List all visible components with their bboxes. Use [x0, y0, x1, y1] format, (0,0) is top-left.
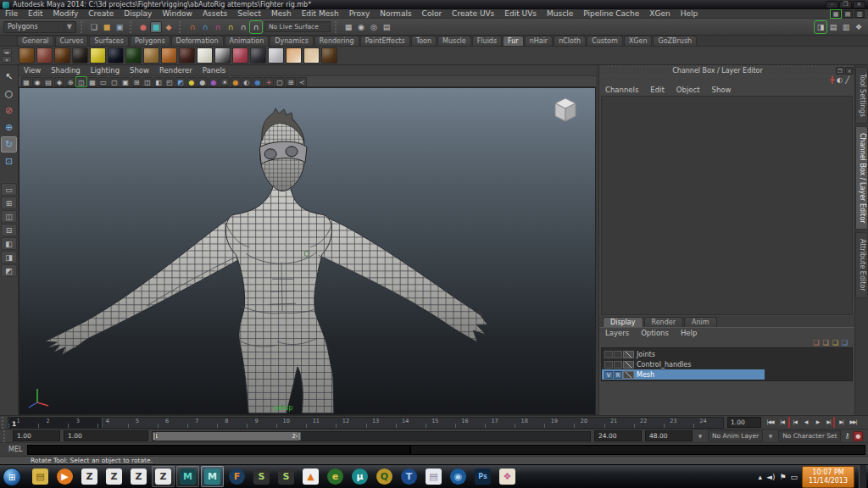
menu-modify[interactable]: Modify: [48, 9, 84, 18]
panel-close-button[interactable]: ×: [845, 67, 854, 75]
thunderbird-icon[interactable]: T: [398, 466, 420, 487]
layer-visibility-toggle[interactable]: V: [604, 371, 613, 379]
fur-preset-cream[interactable]: [303, 47, 320, 64]
gate-mask-icon[interactable]: ▣: [120, 77, 131, 86]
pan-zoom-icon[interactable]: ◫: [76, 77, 86, 86]
viewport-menu-panels[interactable]: Panels: [198, 66, 231, 75]
fur-preset-darkbrown[interactable]: [54, 47, 70, 64]
bookmarks-icon[interactable]: ◈: [54, 77, 64, 86]
layer-row-control-handles[interactable]: Control_handles: [602, 359, 765, 369]
language-flag-icon[interactable]: ⚑: [779, 473, 786, 481]
range-start-handle[interactable]: [153, 432, 156, 441]
start-button[interactable]: ⊞: [3, 468, 21, 486]
layer-playback-toggle[interactable]: [614, 361, 622, 369]
new-empty-layer-icon[interactable]: ❏: [832, 339, 838, 347]
step-back-frame-button[interactable]: |◀: [776, 417, 787, 428]
snap-to-view-plane-icon[interactable]: ∩: [237, 21, 249, 33]
current-time-field[interactable]: 1.00: [727, 417, 761, 428]
layer-color-swatch[interactable]: [623, 351, 634, 358]
move-layer-up-icon[interactable]: ❏: [813, 339, 819, 347]
hypershade-icon[interactable]: ▤: [381, 21, 392, 33]
shelf-tab-painteffects[interactable]: PaintEffects: [360, 36, 410, 46]
shelf-tab-arrow-icon[interactable]: ▾: [2, 56, 12, 63]
object-mode-icon[interactable]: ■: [150, 21, 162, 33]
tool-settings-toggle-icon[interactable]: ▤: [827, 21, 839, 33]
zbrush-icon-1[interactable]: Z: [78, 466, 101, 487]
menu-pipeline-cache[interactable]: Pipeline Cache: [578, 9, 644, 18]
menu-select[interactable]: Select: [232, 9, 266, 18]
fur-preset-maroon[interactable]: [179, 47, 195, 64]
joint-xray-icon[interactable]: ⊞: [286, 77, 296, 86]
move-tool[interactable]: ⊕: [1, 119, 17, 136]
menu-display[interactable]: Display: [119, 9, 157, 18]
layout-two-side[interactable]: ◫: [1, 210, 17, 223]
all-lights-icon[interactable]: ●: [231, 77, 241, 86]
channel-box-menu-edit[interactable]: Edit: [644, 86, 670, 94]
display-icon[interactable]: ▭: [790, 473, 798, 481]
side-tab-tool-settings[interactable]: Tool Settings: [855, 67, 868, 124]
notepad-icon[interactable]: ▤: [422, 466, 445, 487]
make-live-icon[interactable]: ∩: [250, 21, 262, 33]
go-to-start-button[interactable]: |◀◀: [765, 417, 776, 428]
component-mode-icon[interactable]: ◆: [163, 21, 175, 33]
view-cube[interactable]: [546, 93, 585, 127]
layer-menu-layers[interactable]: Layers: [599, 329, 635, 337]
firefox-icon[interactable]: F: [225, 466, 248, 487]
layer-menu-options[interactable]: Options: [635, 329, 675, 337]
anim-layer-dropdown[interactable]: No Anim Layer: [708, 430, 763, 441]
channel-box-menu-object[interactable]: Object: [670, 86, 706, 94]
menu-normals[interactable]: Normals: [375, 9, 416, 18]
group-divider[interactable]: [179, 21, 182, 33]
menu-help[interactable]: Help: [676, 9, 704, 18]
menu-edit[interactable]: Edit: [23, 9, 47, 18]
substance-icon-1[interactable]: S: [250, 466, 273, 487]
menu-proxy[interactable]: Proxy: [344, 9, 376, 18]
paint-icon[interactable]: ❖: [496, 466, 519, 487]
vlc-icon[interactable]: ▲: [299, 466, 322, 487]
earth-icon[interactable]: e: [324, 466, 347, 487]
attribute-editor-toggle-icon[interactable]: ◨: [815, 21, 826, 33]
layer-row-mesh[interactable]: VRMesh: [602, 369, 765, 380]
range-track[interactable]: 1 24: [152, 431, 591, 441]
layer-color-swatch[interactable]: [623, 361, 634, 369]
grid-icon[interactable]: ▦: [87, 77, 97, 86]
group-divider[interactable]: [81, 21, 84, 33]
shelf-tab-polygons[interactable]: Polygons: [130, 36, 170, 46]
scale-tool[interactable]: ⊡: [1, 153, 17, 169]
anim-end-field[interactable]: 48.00: [645, 430, 693, 441]
channel-box-menu-channels[interactable]: Channels: [599, 86, 644, 94]
default-material-icon[interactable]: ●: [186, 77, 197, 86]
ipr-render-icon[interactable]: ◉: [355, 21, 367, 33]
photoshop-icon[interactable]: Ps: [471, 466, 494, 487]
auto-keyframe-toggle[interactable]: ●: [853, 431, 863, 441]
viewport-menu-renderer[interactable]: Renderer: [154, 66, 198, 75]
group-divider[interactable]: [335, 21, 338, 33]
shelf-tab-surfaces[interactable]: Surfaces: [89, 36, 129, 46]
layout-single-pane[interactable]: ▭: [1, 183, 17, 196]
command-input[interactable]: [27, 445, 410, 455]
layer-menu-help[interactable]: Help: [675, 329, 703, 337]
shelf-tab-fur[interactable]: Fur: [503, 36, 524, 46]
field-chart-icon[interactable]: ⊞: [131, 77, 142, 86]
fur-preset-umber[interactable]: [321, 47, 337, 64]
character-set-dropdown[interactable]: No Character Set: [778, 430, 841, 441]
menu-color[interactable]: Color: [417, 9, 448, 18]
fur-preset-yellow[interactable]: [90, 47, 106, 64]
utorrent-icon[interactable]: µ: [348, 466, 371, 487]
hierarchy-mode-icon[interactable]: ●: [137, 21, 149, 33]
character-set-chevron-icon[interactable]: ▼: [766, 431, 775, 441]
layer-tab-display[interactable]: Display: [603, 317, 643, 327]
modeling-toolkit-toggle-icon[interactable]: ❖: [853, 21, 865, 33]
shelf-tab-deformation[interactable]: Deformation: [171, 36, 224, 46]
maya-active-icon[interactable]: M: [201, 466, 224, 487]
select-camera-icon[interactable]: ▦: [21, 77, 31, 86]
ssao-icon[interactable]: ●: [253, 77, 263, 86]
plugin-shelf-icon[interactable]: ≺: [297, 77, 307, 86]
globe-q-icon[interactable]: Q: [373, 466, 396, 487]
fur-preset-tan[interactable]: [143, 47, 159, 64]
anim-layer-chevron-icon[interactable]: ▼: [696, 431, 704, 441]
viewport-canvas[interactable]: persp: [19, 87, 596, 415]
shelf-tab-rendering[interactable]: Rendering: [314, 36, 359, 46]
viewport-menu-shading[interactable]: Shading: [46, 66, 86, 75]
minimize-button[interactable]: –: [826, 1, 838, 8]
